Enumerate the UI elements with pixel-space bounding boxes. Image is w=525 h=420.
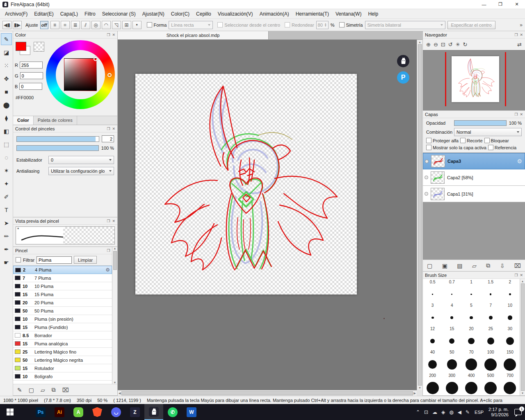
menu-item[interactable]: Color(C) xyxy=(168,10,193,18)
float-panel-icon[interactable]: ❐ xyxy=(514,112,518,116)
brush-size-option[interactable]: 400 xyxy=(461,373,481,395)
brush-row[interactable]: 10Bolígrafo xyxy=(13,372,112,381)
menu-item[interactable]: Visualización(V) xyxy=(215,10,256,18)
close-button[interactable]: ✕ xyxy=(509,0,525,9)
firealpaca-icon[interactable] xyxy=(144,404,163,420)
rotate-left-icon[interactable]: ↺ xyxy=(448,41,453,48)
layer-row[interactable]: Capa1 [31%] xyxy=(423,186,525,202)
cloud-icon[interactable]: ☁ xyxy=(432,409,437,415)
brush-size-value[interactable]: 2 xyxy=(102,135,114,142)
brush-size-option[interactable]: 7 xyxy=(481,303,500,326)
r-input[interactable] xyxy=(20,62,43,68)
checkbox-box[interactable] xyxy=(484,138,490,143)
round-checkbox-box[interactable] xyxy=(285,22,290,27)
brush-size-option[interactable]: 1 xyxy=(461,280,481,303)
color-tab-1[interactable]: Paleta de colores xyxy=(34,116,77,125)
canvas-artboard[interactable] xyxy=(135,74,357,294)
brush-row[interactable]: 1010 Pluma xyxy=(13,282,112,290)
blob-brush-tool[interactable]: ⬤ xyxy=(1,99,12,111)
brush-size-option[interactable]: 150 xyxy=(500,350,520,373)
brush-size-option[interactable]: 5 xyxy=(461,303,481,326)
checkbox-box[interactable] xyxy=(488,145,493,150)
specify-center-button[interactable]: Especificar el centro xyxy=(447,21,495,29)
toolbar-overflow-chevron[interactable]: » xyxy=(520,22,523,28)
center-checkbox-box[interactable] xyxy=(217,22,223,27)
forma-checkbox[interactable]: Forma xyxy=(147,22,167,27)
brush-size-scrollbar[interactable]: ▲▼ xyxy=(520,279,525,395)
layer-option-checkbox[interactable]: Recorte xyxy=(460,138,483,143)
snap-dot-icon[interactable]: • xyxy=(132,21,142,29)
snap-concentric-icon[interactable]: ◎ xyxy=(91,21,100,29)
new-8bit-layer-icon[interactable]: ▣ xyxy=(442,262,447,269)
brave-icon[interactable] xyxy=(88,404,107,420)
brush-row[interactable]: 25Lettering Mágico fino xyxy=(13,348,112,356)
brush-row[interactable]: 10Pluma (sin presión) xyxy=(13,315,112,323)
zoom-fit-icon[interactable]: ⊡ xyxy=(441,41,445,48)
pixiv-button[interactable]: P xyxy=(397,71,409,84)
scroll-right-icon[interactable]: ▶ xyxy=(414,392,416,395)
select-rect-tool[interactable]: ⬚ xyxy=(1,138,12,150)
brush-size-option[interactable]: 20 xyxy=(461,326,481,350)
center-checkbox[interactable]: Seleccionar desde el centro xyxy=(217,22,280,27)
menu-item[interactable]: Animación(A) xyxy=(256,10,292,18)
notification-center-icon[interactable]: 1 xyxy=(514,409,522,415)
scroll-left-icon[interactable]: ◀ xyxy=(119,392,121,395)
menu-item[interactable]: Cepillo xyxy=(193,10,215,18)
brush-size-option[interactable]: 70 xyxy=(461,350,481,373)
brush-size-option[interactable]: 3 xyxy=(423,303,442,326)
float-panel-icon[interactable]: ❐ xyxy=(107,33,110,37)
hue-marker[interactable] xyxy=(107,73,112,77)
merge-down-icon[interactable]: ⇩ xyxy=(500,262,505,269)
duplicate-layer-icon[interactable]: ⧉ xyxy=(486,262,490,269)
new-layer-icon[interactable]: ▢ xyxy=(427,262,432,269)
brush-size-option[interactable]: 500 xyxy=(481,373,500,395)
brush-row[interactable]: 2020 Pluma xyxy=(13,299,112,307)
brush-size-option[interactable]: 0.5 xyxy=(423,280,442,303)
checkbox-box[interactable] xyxy=(426,145,431,150)
menu-item[interactable]: Help xyxy=(365,10,381,18)
layer-option-checkbox[interactable]: Referencia xyxy=(488,145,516,150)
float-panel-icon[interactable]: ❐ xyxy=(107,127,110,131)
eraser-tool[interactable]: ◪ xyxy=(1,46,12,58)
close-panel-icon[interactable]: ✕ xyxy=(112,219,115,223)
menu-item[interactable]: Herramienta(T) xyxy=(292,10,332,18)
brush-size-option[interactable]: 12 xyxy=(423,326,442,350)
brush-row[interactable]: 77 Pluma xyxy=(13,274,112,282)
maximize-button[interactable]: ❐ xyxy=(492,0,509,9)
snap-grid-icon[interactable]: ⊞ xyxy=(122,21,131,29)
snap-parallel-icon[interactable]: ≡ xyxy=(50,21,59,29)
fill-rect-tool[interactable]: ■ xyxy=(1,86,12,98)
brush-size-slider[interactable] xyxy=(16,136,99,142)
clear-filter-button[interactable]: Limpiar xyxy=(74,256,97,264)
blend-mode-select[interactable]: Normal xyxy=(454,128,522,136)
spinner-arrows-icon[interactable]: ▲▼ xyxy=(324,23,327,27)
hand-tool[interactable]: ☛ xyxy=(1,256,12,268)
sv-marker[interactable] xyxy=(94,57,98,61)
eyedropper-tool[interactable]: ✒ xyxy=(1,243,12,255)
delete-layer-icon[interactable]: ⌧ xyxy=(514,262,521,269)
float-panel-icon[interactable]: ❐ xyxy=(514,33,518,37)
canvas-vertical-scrollbar[interactable]: ▲▼ xyxy=(417,40,422,390)
menu-item[interactable]: Editar(E) xyxy=(31,10,57,18)
float-panel-icon[interactable]: ❐ xyxy=(514,273,518,277)
rotate-right-icon[interactable]: ↻ xyxy=(463,41,468,48)
step-forward-button[interactable]: ▮▶ xyxy=(13,21,22,29)
zoom-in-icon[interactable]: ⊕ xyxy=(426,41,431,48)
brush-size-option[interactable]: 700 xyxy=(500,373,520,395)
close-panel-icon[interactable]: ✕ xyxy=(520,273,523,277)
snap-curve-icon[interactable]: ◠ xyxy=(102,21,111,29)
snap-off-button[interactable]: off xyxy=(40,21,48,29)
bucket-tool[interactable]: ⧫ xyxy=(1,112,12,124)
hidden-icons-chevron[interactable]: ⌃ xyxy=(416,409,420,415)
close-panel-icon[interactable]: ✕ xyxy=(520,112,523,116)
menu-item[interactable]: Ventana(W) xyxy=(332,10,365,18)
network-icon[interactable]: ◍ xyxy=(449,409,453,415)
language-indicator[interactable]: ESP xyxy=(474,410,484,415)
brush-size-option[interactable]: 300 xyxy=(442,373,461,395)
move-tool[interactable]: ✥ xyxy=(1,73,12,84)
layer-row[interactable]: Capa3⚙ xyxy=(423,153,525,169)
brush-list-scrollbar[interactable]: ▲▼ xyxy=(112,247,117,384)
navigator-canvas-thumbnail[interactable] xyxy=(452,56,499,102)
zoom-out-icon[interactable]: ⊖ xyxy=(434,41,438,48)
layer-row[interactable]: Capa2 [58%] xyxy=(423,169,525,186)
